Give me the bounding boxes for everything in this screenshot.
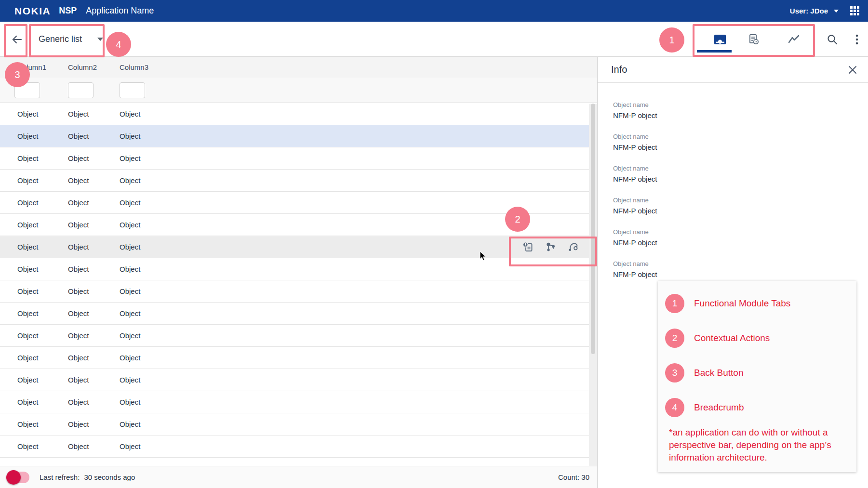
table-cell: Object — [68, 420, 120, 428]
close-button[interactable] — [848, 65, 857, 75]
associated-objects-icon[interactable] — [545, 241, 557, 253]
table-cell: Object — [120, 243, 589, 251]
tab-perspective-dashboard[interactable] — [713, 32, 727, 47]
search-button[interactable] — [826, 33, 839, 46]
table-row[interactable]: Object Object Object — [0, 147, 589, 170]
last-refresh-value: 30 seconds ago — [84, 473, 135, 481]
table-cell: Object — [0, 154, 68, 162]
table-row[interactable]: Object Object Object — [0, 103, 589, 125]
auto-refresh-toggle[interactable] — [7, 472, 29, 483]
table-cell: Object — [0, 132, 68, 140]
info-item-label: Object name — [613, 101, 868, 108]
toolbar: Generic list — [0, 22, 868, 57]
table-cell: Object — [68, 376, 120, 384]
legend-footnote: *an application can do with or without a… — [669, 426, 842, 464]
table-cell: Object — [68, 221, 120, 229]
column-header[interactable]: Column1 — [0, 63, 68, 71]
filter-input-column3[interactable] — [120, 82, 145, 98]
table-row[interactable]: Object Object Object — [0, 413, 589, 435]
table-cell: Object — [68, 265, 120, 273]
table-row[interactable]: Object Object Object — [0, 325, 589, 347]
info-item: Object name NFM-P object — [613, 165, 868, 183]
table-row[interactable]: Object Object Object — [0, 347, 589, 369]
table-cell: Object — [68, 398, 120, 406]
tab-perspective-trend[interactable] — [787, 32, 801, 47]
table-cell: Object — [120, 132, 589, 140]
row-count: Count: 30 — [558, 466, 589, 488]
legend-number-badge: 1 — [665, 294, 684, 313]
object-details-icon[interactable] — [522, 241, 534, 253]
info-item-value: NFM-P object — [613, 175, 868, 183]
table-row[interactable]: Object Object Object — [0, 280, 589, 303]
toggle-knob — [6, 470, 21, 485]
table-row[interactable]: Object Object Object — [0, 369, 589, 391]
table-cell: Object — [0, 354, 68, 362]
back-button[interactable] — [10, 33, 24, 46]
last-refresh-status: Last refresh: 30 seconds ago — [40, 473, 135, 481]
table-cell: Object — [68, 354, 120, 362]
selected-tab-underline — [697, 50, 732, 53]
table-row[interactable]: Object Object Object — [0, 125, 589, 147]
table-cell: Object — [68, 110, 120, 118]
filter-input-column2[interactable] — [68, 82, 93, 98]
table-cell: Object — [120, 221, 589, 229]
table-row[interactable]: Object Object Object — [0, 435, 589, 458]
table-row[interactable]: Object Object Object — [0, 303, 589, 325]
table-cell: Object — [68, 331, 120, 340]
info-item-label: Object name — [613, 133, 868, 140]
user-menu[interactable]: User: JDoe — [790, 7, 839, 15]
table-cell: Object — [0, 243, 68, 251]
scrollbar-track — [589, 104, 597, 466]
tab-perspective-reports[interactable] — [746, 32, 761, 47]
app-launcher-icon[interactable] — [850, 6, 859, 15]
filter-row — [0, 78, 597, 103]
legend-label: Functional Module Tabs — [694, 298, 790, 309]
generic-list-panel: Column1 Column2 Column3 Object Object Ob… — [0, 57, 598, 488]
topology-map-icon[interactable] — [567, 241, 580, 253]
legend-number-badge: 2 — [665, 329, 684, 348]
filter-input-column1[interactable] — [14, 82, 40, 98]
top-banner: NOKIA NSP Application Name User: JDoe — [0, 0, 868, 22]
list-footer: Last refresh: 30 seconds ago Count: 30 — [0, 466, 597, 488]
legend-number-badge: 4 — [665, 398, 684, 417]
table-cell: Object — [120, 331, 589, 340]
back-arrow-icon — [10, 33, 24, 46]
legend-item: 1 Functional Module Tabs — [665, 286, 847, 321]
info-item-value: NFM-P object — [613, 238, 868, 247]
perspective-dashboard-icon — [713, 33, 727, 46]
table-cell: Object — [0, 287, 68, 295]
table-cell: Object — [68, 132, 120, 140]
table-cell: Object — [68, 309, 120, 317]
table-cell: Object — [120, 354, 589, 362]
table-row[interactable]: Object Object Object — [0, 258, 589, 280]
legend-item: 4 Breadcrumb — [665, 390, 847, 425]
table-cell: Object — [0, 265, 68, 273]
info-item-label: Object name — [613, 165, 868, 172]
table-row[interactable]: Object Object Object — [0, 170, 589, 192]
table-cell: Object — [0, 221, 68, 229]
table-row[interactable]: Object Object Object — [0, 391, 589, 413]
breadcrumb-caret-icon — [97, 38, 103, 41]
table-cell: Object — [0, 110, 68, 118]
breadcrumb[interactable]: Generic list — [39, 22, 103, 56]
scrollbar-thumb[interactable] — [591, 104, 595, 354]
info-item-label: Object name — [613, 260, 868, 267]
kebab-menu-icon — [855, 34, 858, 45]
column-header[interactable]: Column3 — [120, 63, 597, 71]
table-row[interactable]: Object Object Object — [0, 236, 589, 258]
perspective-reports-icon — [747, 33, 760, 46]
info-item-value: NFM-P object — [613, 143, 868, 151]
application-name: Application Name — [86, 6, 154, 16]
info-item: Object name NFM-P object — [613, 260, 868, 278]
info-item-label: Object name — [613, 197, 868, 204]
info-item: Object name NFM-P object — [613, 133, 868, 151]
table-row[interactable]: Object Object Object — [0, 214, 589, 236]
more-actions-button[interactable] — [853, 34, 861, 45]
column-header[interactable]: Column2 — [68, 63, 120, 71]
application-window: NOKIA NSP Application Name User: JDoe — [0, 0, 868, 488]
table-cell: Object — [120, 309, 589, 317]
table-cell: Object — [0, 376, 68, 384]
table-cell: Object — [120, 398, 589, 406]
table-row[interactable]: Object Object Object — [0, 192, 589, 214]
info-panel: Info Object name NFM-P object Object nam… — [598, 57, 868, 488]
